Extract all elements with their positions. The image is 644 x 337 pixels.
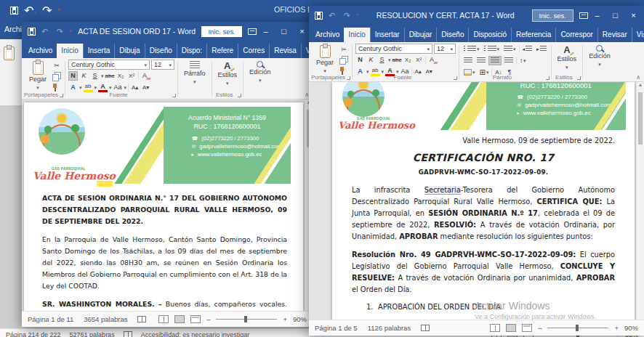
font-size-select[interactable]: 12▾ — [434, 44, 456, 54]
paste-button[interactable]: Pegar▾ — [313, 44, 337, 73]
minimize-button[interactable]: – — [257, 22, 275, 41]
copy-button[interactable] — [339, 58, 346, 65]
editing-button[interactable]: Edición▾ — [586, 44, 613, 73]
proofing-icon[interactable] — [124, 331, 132, 337]
styles-dialog-launcher[interactable] — [577, 76, 581, 80]
superscript-button[interactable]: X² — [414, 55, 424, 65]
undo-button[interactable]: ↶▾ — [329, 11, 338, 20]
align-left-button[interactable] — [462, 57, 474, 65]
tab-inicio[interactable]: Inicio — [57, 44, 82, 58]
increase-indent-button[interactable]: ▸ — [535, 45, 548, 53]
zoom-in-button[interactable]: + — [614, 324, 619, 332]
strikethrough-button[interactable]: abc — [105, 71, 115, 81]
italic-button[interactable]: K — [79, 71, 89, 81]
tab-revisar[interactable]: Revisar — [597, 28, 632, 42]
line-spacing-button[interactable]: ↕▾ — [518, 57, 528, 65]
subscript-button[interactable]: X₂ — [116, 71, 126, 81]
vertical-scrollbar[interactable]: ▲ — [636, 82, 644, 320]
font-size-select[interactable]: 12▾ — [151, 60, 174, 70]
subscript-button[interactable]: X₂ — [403, 55, 413, 65]
proofing-icon[interactable] — [421, 325, 430, 331]
save-icon[interactable] — [10, 7, 18, 15]
superscript-button[interactable]: X² — [127, 71, 137, 81]
styles-button[interactable]: A Estilos▾ — [555, 44, 580, 73]
maximize-button[interactable]: □ — [275, 22, 293, 41]
bold-button[interactable]: N — [355, 55, 365, 65]
web-layout-icon[interactable] — [190, 315, 201, 323]
bullets-button[interactable]: ▾ — [462, 45, 481, 53]
font-name-select[interactable]: Century Gothic▾ — [355, 44, 432, 54]
customize-qat-button[interactable]: ▾ — [69, 28, 72, 34]
copy-button[interactable] — [52, 74, 59, 81]
tab-correspondencia[interactable]: Corres — [238, 44, 269, 58]
page-indicator[interactable]: Página 1 de 5 — [315, 324, 358, 332]
collapse-ribbon-button[interactable]: ∧ — [636, 74, 640, 81]
close-button[interactable]: × — [624, 6, 643, 25]
format-painter-button[interactable] — [52, 84, 59, 91]
clear-formatting-button[interactable]: A — [140, 71, 150, 81]
customize-qat-button[interactable]: ▾ — [57, 7, 60, 13]
tab-insertar[interactable]: Inserta — [83, 44, 115, 58]
ribbon-display-options-icon[interactable] — [579, 12, 588, 19]
ribbon-display-options-icon[interactable] — [248, 28, 257, 35]
paste-icon[interactable] — [4, 46, 15, 60]
save-icon[interactable] — [28, 28, 36, 36]
sign-in-button[interactable]: Inic. ses. — [532, 9, 574, 22]
cut-button[interactable]: ✂ — [52, 62, 62, 70]
tab-dibujar[interactable]: Dibujar — [404, 28, 437, 42]
font-dialog-launcher[interactable] — [454, 76, 457, 80]
scrollbar-thumb[interactable] — [638, 92, 643, 145]
tab-diseno[interactable]: Diseño — [436, 28, 468, 42]
scroll-up-icon[interactable]: ▲ — [638, 82, 643, 87]
styles-button[interactable]: A Estilos▾ — [215, 60, 241, 91]
zoom-out-button[interactable]: – — [206, 315, 210, 323]
numbering-button[interactable]: ▾ — [483, 45, 502, 53]
format-painter-button[interactable] — [339, 67, 346, 73]
redo-button[interactable]: ↷ — [344, 11, 350, 20]
underline-button[interactable]: S — [90, 71, 100, 81]
print-layout-icon[interactable] — [506, 324, 516, 332]
tab-vista[interactable]: Vista — [632, 28, 644, 42]
tab-insertar[interactable]: Insertar — [370, 28, 404, 42]
bold-button[interactable]: N — [68, 71, 78, 81]
editing-button[interactable]: Edición▾ — [246, 60, 274, 91]
paste-button[interactable]: Pegar▾ — [26, 60, 49, 91]
tab-inicio[interactable]: Inicio — [344, 28, 369, 42]
print-layout-icon[interactable] — [174, 315, 185, 323]
read-mode-icon[interactable] — [158, 315, 169, 323]
word-count[interactable]: 3654 palabras — [84, 315, 127, 323]
multilevel-list-button[interactable]: ▾ — [502, 45, 518, 53]
titlebar[interactable]: ↶▾ ↷ ▾ ACTA DE SESION ORD 17 - Word Inic… — [22, 22, 313, 41]
redo-button[interactable]: ↷ — [57, 27, 63, 36]
read-mode-icon[interactable] — [490, 324, 500, 332]
tab-disposicion[interactable]: Dispo: — [177, 44, 206, 58]
undo-button[interactable]: ↶▾ — [41, 27, 51, 36]
paragraph-button[interactable]: Párrafo▾ — [181, 60, 209, 91]
document-page[interactable]: GAD PARROQUIAL Valle Hermoso Acuerdo Min… — [24, 102, 303, 311]
page-indicator[interactable]: Página 1 de 11 — [28, 315, 73, 323]
proofing-icon[interactable] — [137, 316, 146, 322]
zoom-slider[interactable] — [547, 328, 608, 328]
word-count[interactable]: 1126 palabras — [368, 324, 411, 332]
justify-button[interactable] — [488, 56, 502, 65]
zoom-level[interactable]: 90% — [293, 315, 307, 323]
titlebar[interactable]: ↶▾ ↷ ▾ RESOLUCION Y CERT. ACTA 17 - Word… — [309, 6, 644, 25]
customize-qat-button[interactable]: ▾ — [356, 12, 359, 18]
decrease-indent-button[interactable]: ◂ — [521, 45, 534, 53]
redo-button[interactable]: ↷ — [42, 4, 52, 17]
font-dialog-launcher[interactable] — [172, 94, 176, 97]
clipboard-dialog-launcher[interactable] — [347, 76, 350, 80]
styles-dialog-launcher[interactable] — [238, 94, 241, 97]
tab-revisar[interactable]: Revisa — [269, 44, 301, 58]
minimize-button[interactable]: – — [588, 6, 606, 25]
zoom-in-button[interactable]: + — [283, 315, 287, 323]
clipboard-dialog-launcher[interactable] — [60, 94, 63, 97]
document-page[interactable]: GAD PARROQUIAL Valle Hermoso Acuerdo Min… — [332, 82, 635, 320]
align-center-button[interactable] — [475, 57, 487, 65]
tab-archivo[interactable]: Archivo — [311, 28, 344, 42]
undo-button[interactable]: ↶▾ — [24, 4, 36, 17]
background-page-indicator[interactable]: Página 214 de 222 — [6, 331, 61, 337]
tab-correspondencia[interactable]: Correspor — [555, 28, 597, 42]
tab-disposicion[interactable]: Disposició — [468, 28, 511, 42]
tab-referencias[interactable]: Referencia — [511, 28, 555, 42]
